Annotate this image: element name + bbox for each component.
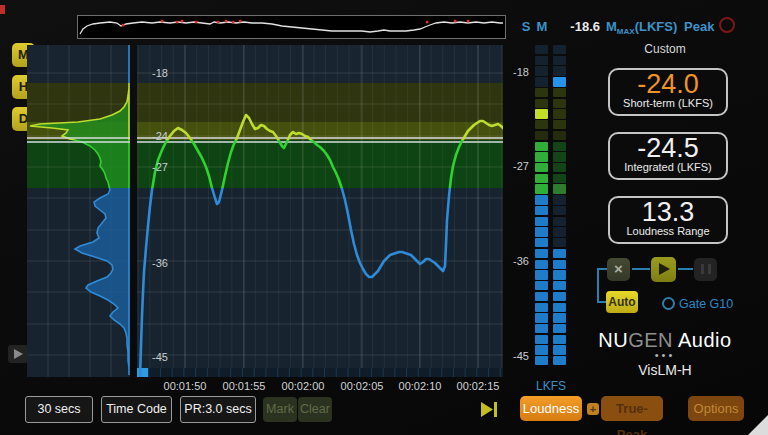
text-shape: -36 [152, 257, 168, 269]
auto-button[interactable]: Auto [606, 291, 638, 313]
time-window-button[interactable]: 30 secs [25, 396, 93, 423]
histogram-expand-button[interactable] [8, 345, 28, 363]
meter-segment-s [535, 217, 548, 226]
logo-nu: NU [598, 329, 628, 351]
play-button[interactable] [651, 257, 676, 282]
stop-reset-button[interactable]: × [607, 258, 630, 281]
meter-segment-m [553, 195, 566, 204]
link-plus-button[interactable]: + [587, 403, 599, 415]
loudness-tab-button[interactable]: Loudness [520, 396, 582, 421]
loudness-history-chart[interactable]: -18-24-27-36-45 [137, 45, 503, 377]
resize-handle[interactable] [748, 415, 768, 435]
mmax-value: -18.6 [550, 19, 600, 34]
skip-triangle [481, 402, 493, 417]
meter-segment-s [535, 270, 548, 279]
meter-segment-m [553, 356, 566, 365]
clear-button[interactable]: Clear [298, 397, 332, 422]
text-shape: -27 [152, 161, 168, 173]
rect-shape [137, 45, 503, 83]
transport-connector-line [597, 301, 606, 303]
gate-indicator-lamp[interactable] [662, 297, 675, 310]
meter-segment-m [553, 163, 566, 172]
meter-segment-s [535, 303, 548, 312]
time-tick-label: 00:01:55 [212, 380, 276, 392]
meter-tick-label: -18 [497, 66, 529, 78]
meter-segment-m [553, 174, 566, 183]
meter-segment-s [535, 260, 548, 269]
true-peak-tab-button[interactable]: True-Peak [601, 396, 663, 421]
meter-segment-s [535, 249, 548, 258]
meter-segment-s [535, 45, 548, 54]
rect-shape [137, 83, 503, 122]
meter-segment-m [553, 120, 566, 129]
options-button[interactable]: Options [688, 396, 744, 421]
meter-segment-s [535, 109, 548, 118]
meter-segment-s [535, 281, 548, 290]
rect-shape [195, 21, 198, 24]
skip-to-end-icon[interactable] [481, 401, 499, 418]
overview-waveform [78, 16, 505, 38]
meter-segment-m [553, 303, 566, 312]
meter-segment-s [535, 142, 548, 151]
rect-shape [137, 368, 148, 377]
rect-shape [239, 20, 242, 23]
gate-label: Gate G10 [679, 297, 733, 311]
pause-icon [708, 264, 711, 274]
time-tick-label: 00:02:15 [446, 380, 510, 392]
pause-button[interactable] [694, 258, 717, 281]
meter-segment-m [553, 260, 566, 269]
meter-segment-m [553, 281, 566, 290]
product-name: VisLM-H [585, 362, 745, 378]
meter-tick-label: -45 [497, 350, 529, 362]
meter-segment-m [553, 206, 566, 215]
peak-indicator-lamp[interactable] [719, 17, 735, 33]
loudness-histogram [27, 45, 130, 377]
mark-button[interactable]: Mark [263, 397, 297, 422]
loudness-range-readout[interactable]: 13.3 Loudness Range [608, 196, 728, 244]
preset-name: Custom [615, 42, 715, 56]
text-shape: -45 [152, 351, 168, 363]
transport-connector-line [678, 268, 693, 270]
meter-segment-m [553, 109, 566, 118]
rect-shape [137, 368, 503, 377]
rect-shape [467, 20, 470, 23]
text-shape: -24 [152, 130, 168, 142]
session-overview-strip[interactable] [77, 15, 506, 39]
meter-segment-m [553, 249, 566, 258]
meter-segment-s [535, 66, 548, 75]
meter-segment-s [535, 88, 548, 97]
short-term-readout-label: Short-term (LKFS) [610, 97, 726, 109]
rect-shape [232, 21, 235, 24]
rect-shape [217, 21, 220, 24]
meter-segment-s [535, 335, 548, 344]
pr-window-button[interactable]: PR:3.0 secs [180, 396, 256, 423]
page-dots: ••• [585, 349, 745, 361]
rect-shape [176, 21, 179, 24]
meter-segment-m [553, 217, 566, 226]
rect-shape [161, 20, 164, 23]
meter-segment-m [553, 152, 566, 161]
time-tick-label: 00:01:50 [153, 380, 217, 392]
meter-segment-m [553, 324, 566, 333]
short-term-readout[interactable]: -24.0 Short-term (LKFS) [608, 68, 728, 116]
mmax-unit: (LKFS) [635, 19, 678, 34]
meter-segment-m [553, 77, 566, 86]
integrated-readout[interactable]: -24.5 Integrated (LKFS) [608, 132, 728, 180]
meter-segment-m [553, 345, 566, 354]
short-term-value: -24.0 [610, 70, 726, 98]
timecode-button[interactable]: Time Code [101, 396, 172, 423]
mmax-m: M [606, 19, 617, 34]
momentary-meter-label: M [535, 19, 549, 34]
meter-unit-label: LKFS [529, 379, 573, 393]
meter-segment-s [535, 99, 548, 108]
meter-segment-s [535, 345, 548, 354]
mmax-sub: MAX [617, 27, 635, 36]
meter-segment-s [535, 195, 548, 204]
rect-shape [27, 45, 130, 83]
rect-shape [225, 20, 228, 23]
transport-connector-line [597, 268, 599, 303]
meter-segment-s [535, 131, 548, 140]
mmax-label: MMAX(LKFS) [606, 19, 677, 36]
meter-tick-label: -36 [497, 255, 529, 267]
meter-segment-s [535, 313, 548, 322]
